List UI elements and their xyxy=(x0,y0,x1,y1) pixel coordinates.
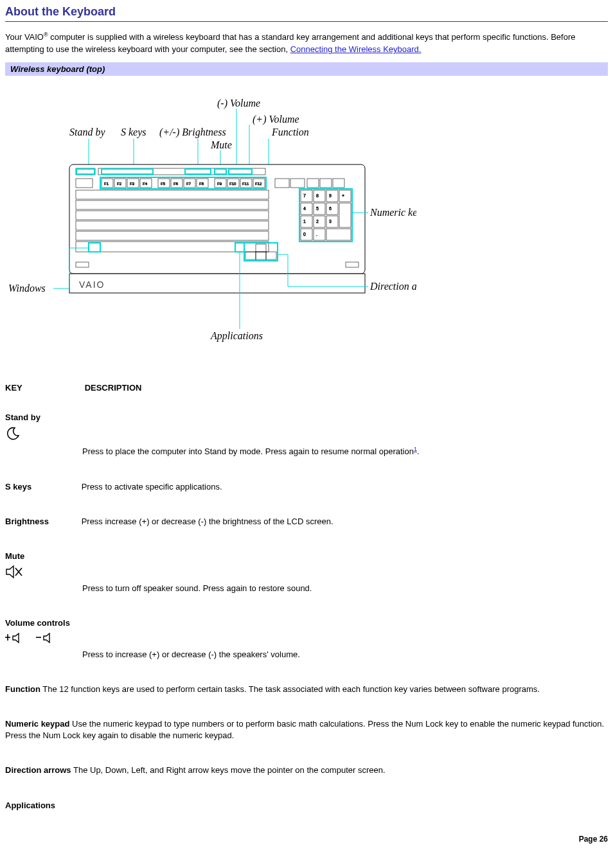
svg-text:9: 9 xyxy=(329,193,332,198)
desc-skeys: Press to activate specific applications. xyxy=(82,481,596,493)
desc-standby: Press to place the computer into Stand b… xyxy=(82,445,608,458)
row-volume: Volume controls Press to increase (+) or… xyxy=(5,617,608,660)
keyboard-diagram: Stand by S keys (+/-) Brightness Mute (-… xyxy=(5,87,416,357)
key-volume: Volume controls xyxy=(5,617,608,629)
row-function: Function The 12 function keys are used t… xyxy=(5,684,608,695)
moon-icon xyxy=(5,426,21,441)
svg-text:1: 1 xyxy=(303,219,306,224)
svg-text:8: 8 xyxy=(316,193,319,198)
row-numeric: Numeric keypad Use the numeric keypad to… xyxy=(5,718,608,741)
speaker-minus-icon xyxy=(36,632,62,645)
svg-rect-87 xyxy=(76,262,89,267)
svg-text:F10: F10 xyxy=(229,182,236,186)
speaker-mute-icon xyxy=(5,565,24,579)
svg-rect-7 xyxy=(69,164,365,274)
desc-function: The 12 function keys are used to perform… xyxy=(42,684,540,694)
label-brightness: (+/-) Brightness xyxy=(159,127,226,138)
svg-text:F4: F4 xyxy=(143,182,148,186)
label-windows: Windows xyxy=(8,283,46,294)
svg-text:F1: F1 xyxy=(104,182,109,186)
row-mute: Mute Press to turn off speaker sound. Pr… xyxy=(5,551,608,594)
key-standby: Stand by xyxy=(5,412,608,423)
registered-mark: ® xyxy=(44,31,48,38)
key-skeys: S keys xyxy=(5,481,79,493)
svg-text:.: . xyxy=(316,232,317,236)
svg-text:+: + xyxy=(342,193,344,198)
row-skeys: S keys Press to activate specific applic… xyxy=(5,481,608,493)
row-applications: Applications xyxy=(5,800,608,811)
svg-text:6: 6 xyxy=(329,206,332,211)
svg-text:4: 4 xyxy=(303,206,306,211)
key-direction: Direction arrows xyxy=(5,765,71,775)
label-mute: Mute xyxy=(210,139,232,150)
label-direction: Direction arrows xyxy=(369,281,416,292)
key-numeric: Numeric keypad xyxy=(5,719,69,729)
intro-paragraph: Your VAIO® computer is supplied with a w… xyxy=(5,31,608,56)
label-function: Function xyxy=(271,127,309,137)
diagram-caption: Wireless keyboard (top) xyxy=(5,62,608,76)
col-key: KEY xyxy=(5,383,82,393)
svg-text:F3: F3 xyxy=(130,182,135,186)
row-standby: Stand by Press to place the computer int… xyxy=(5,412,608,458)
desc-direction: The Up, Down, Left, and Right arrow keys… xyxy=(73,765,386,775)
svg-text:F7: F7 xyxy=(186,182,191,186)
svg-text:3: 3 xyxy=(329,219,332,224)
label-applications: Applications xyxy=(210,330,263,342)
svg-text:F6: F6 xyxy=(173,182,179,186)
svg-text:0: 0 xyxy=(303,232,306,236)
intro-text-a: Your VAIO xyxy=(5,32,44,42)
desc-mute: Press to turn off speaker sound. Press a… xyxy=(82,583,608,594)
label-standby: Stand by xyxy=(69,127,105,138)
key-mute: Mute xyxy=(5,551,608,562)
table-header: KEY DESCRIPTION xyxy=(5,383,608,393)
label-numeric: Numeric keypad xyxy=(369,207,416,218)
svg-text:F8: F8 xyxy=(199,182,204,186)
svg-text:7: 7 xyxy=(303,193,306,198)
label-vol-plus: (+) Volume xyxy=(253,114,299,125)
desc-numeric: Use the numeric keypad to type numbers o… xyxy=(5,719,604,740)
key-function: Function xyxy=(5,684,40,694)
label-vol-minus: (-) Volume xyxy=(217,98,260,109)
row-direction: Direction arrows The Up, Down, Left, and… xyxy=(5,765,608,776)
desc-brightness: Press increase (+) or decrease (-) the b… xyxy=(82,516,596,527)
svg-text:2: 2 xyxy=(316,219,319,224)
svg-rect-86 xyxy=(69,274,365,293)
row-brightness: Brightness Press increase (+) or decreas… xyxy=(5,516,608,527)
vaio-logo: VAIO xyxy=(79,279,105,290)
svg-text:F11: F11 xyxy=(242,182,249,186)
col-desc: DESCRIPTION xyxy=(85,383,142,393)
key-brightness: Brightness xyxy=(5,516,79,527)
label-skeys: S keys xyxy=(121,127,147,138)
page-number: Page 26 xyxy=(5,835,608,844)
page-title: About the Keyboard xyxy=(5,5,608,22)
key-applications: Applications xyxy=(5,801,55,810)
svg-text:5: 5 xyxy=(316,206,319,211)
connecting-keyboard-link[interactable]: Connecting the Wireless Keyboard. xyxy=(290,44,422,54)
speaker-plus-icon xyxy=(5,632,33,645)
desc-volume: Press to increase (+) or decrease (-) th… xyxy=(82,649,608,660)
svg-text:F12: F12 xyxy=(255,182,262,186)
svg-text:F2: F2 xyxy=(117,182,122,186)
svg-text:F5: F5 xyxy=(161,182,166,186)
svg-rect-88 xyxy=(346,262,359,267)
svg-text:F9: F9 xyxy=(217,182,222,186)
